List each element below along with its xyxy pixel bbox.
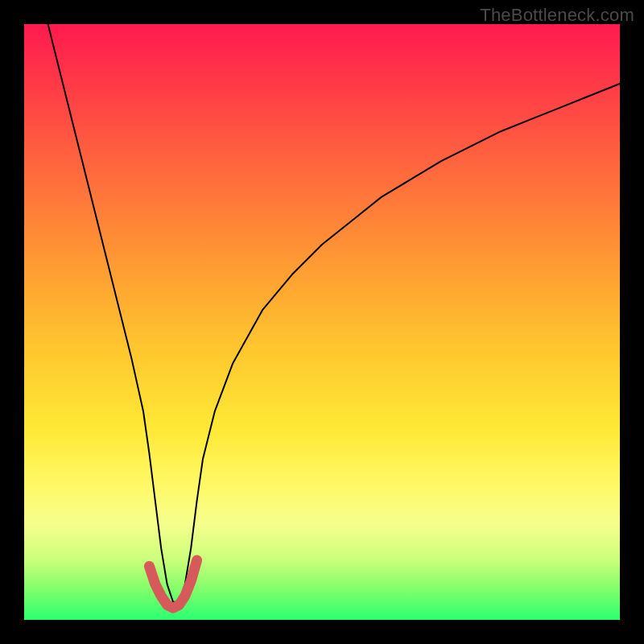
plot-area: [24, 24, 620, 620]
attribution-label: TheBottleneck.com: [480, 5, 634, 26]
bottleneck-curve: [48, 24, 620, 602]
chart-frame: TheBottleneck.com: [0, 0, 644, 644]
curve-layer: [24, 24, 620, 620]
